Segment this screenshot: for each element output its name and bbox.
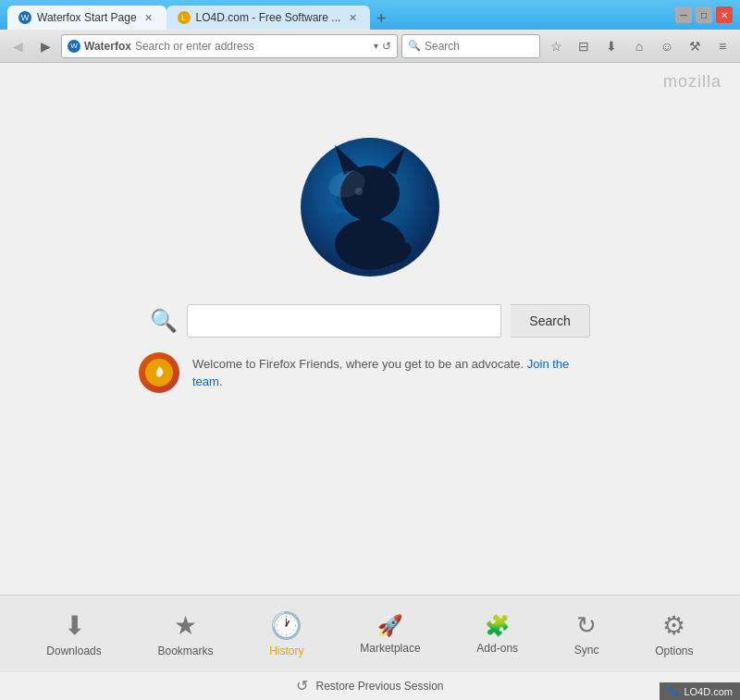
svg-point-11	[355, 188, 363, 195]
bottom-toolbar: ⬇ Downloads ★ Bookmarks 🕐 History 🚀 Mark…	[0, 595, 740, 672]
welcome-static-text: Welcome to Firefox Friends, where you ge…	[192, 357, 524, 371]
main-search-button[interactable]: Search	[511, 304, 589, 338]
bookmarks-label: Bookmarks	[157, 645, 213, 657]
tab-bar: W Waterfox Start Page ✕ L LO4D.com - Fre…	[7, 0, 672, 30]
welcome-text: Welcome to Firefox Friends, where you ge…	[192, 355, 601, 391]
sync-label: Sync	[574, 644, 599, 657]
downloads-button[interactable]: ⬇	[599, 34, 623, 58]
sync-shortcut[interactable]: ↻ Sync	[565, 606, 609, 662]
bookmark-star-button[interactable]: ☆	[544, 34, 568, 58]
tab-lo4d[interactable]: L LO4D.com - Free Software ... ✕	[166, 6, 371, 30]
mozilla-label: mozilla	[663, 63, 740, 92]
marketplace-label: Marketplace	[360, 642, 420, 655]
ff-badge-inner	[145, 359, 173, 387]
nav-bar: ◀ ▶ W Waterfox ▾ ↺ 🔍 ☆ ⊟ ⬇ ⌂ ☺ ⚒ ≡	[0, 30, 740, 63]
welcome-section: Welcome to Firefox Friends, where you ge…	[139, 352, 601, 393]
minimize-button[interactable]: ─	[675, 6, 692, 23]
address-site-name: Waterfox	[84, 40, 131, 53]
sync-icon: ↻	[576, 611, 597, 640]
svg-point-13	[156, 370, 162, 375]
refresh-button[interactable]: ↺	[382, 40, 391, 53]
logo-area	[278, 101, 462, 286]
bookmarks-icon: ★	[174, 610, 197, 641]
bookmarks-shortcut[interactable]: ★ Bookmarks	[148, 605, 222, 663]
main-search-icon: 🔍	[150, 308, 178, 334]
history-icon: 🕐	[270, 610, 302, 641]
addons-label: Add-ons	[476, 642, 518, 655]
firefox-friends-badge	[139, 352, 179, 393]
svg-point-8	[356, 196, 384, 218]
address-input[interactable]	[135, 40, 370, 53]
main-search-input[interactable]	[187, 304, 501, 338]
browser-window: W Waterfox Start Page ✕ L LO4D.com - Fre…	[0, 0, 740, 700]
tools-button[interactable]: ⚒	[683, 34, 707, 58]
bookmarks-list-button[interactable]: ⊟	[572, 34, 596, 58]
nav-search-icon: 🔍	[408, 40, 421, 52]
window-controls: ─ □ ✕	[675, 6, 733, 23]
tab-favicon-lo4d: L	[178, 11, 191, 24]
back-button[interactable]: ◀	[6, 34, 30, 58]
address-bar-favicon: W	[68, 40, 80, 53]
close-button[interactable]: ✕	[716, 6, 733, 23]
address-dropdown-icon[interactable]: ▾	[374, 41, 378, 51]
downloads-label: Downloads	[46, 645, 101, 657]
marketplace-icon: 🚀	[377, 614, 402, 638]
addons-icon: 🧩	[485, 614, 510, 638]
downloads-icon: ⬇	[64, 610, 85, 641]
tab-label-lo4d: LO4D.com - Free Software ...	[196, 11, 341, 24]
home-button[interactable]: ⌂	[627, 34, 651, 58]
address-bar[interactable]: W Waterfox ▾ ↺	[61, 34, 398, 58]
maximize-button[interactable]: □	[696, 6, 712, 23]
lo4d-watermark: 🐾 LO4D.com	[660, 682, 740, 700]
downloads-shortcut[interactable]: ⬇ Downloads	[37, 605, 110, 663]
tab-label-waterfox: Waterfox Start Page	[37, 11, 137, 24]
waterfox-logo	[278, 101, 462, 286]
lo4d-icon: 🐾	[667, 685, 680, 697]
social-button[interactable]: ☺	[655, 34, 679, 58]
tab-favicon-waterfox: W	[18, 11, 31, 24]
options-label: Options	[655, 645, 693, 657]
main-search-section: 🔍 Search	[150, 304, 589, 338]
history-shortcut[interactable]: 🕐 History	[260, 605, 313, 663]
restore-session-bar[interactable]: ↺ Restore Previous Session	[296, 677, 443, 694]
addons-shortcut[interactable]: 🧩 Add-ons	[467, 608, 527, 660]
tab-waterfox-start[interactable]: W Waterfox Start Page ✕	[7, 6, 166, 30]
ff-icon	[150, 363, 168, 382]
new-tab-button[interactable]: +	[370, 7, 392, 30]
nav-search-bar[interactable]: 🔍	[401, 34, 540, 58]
tab-close-waterfox[interactable]: ✕	[142, 11, 155, 24]
browser-content: mozilla	[0, 63, 740, 700]
title-bar: W Waterfox Start Page ✕ L LO4D.com - Fre…	[0, 0, 740, 30]
lo4d-label: LO4D.com	[684, 686, 733, 697]
menu-button[interactable]: ≡	[710, 34, 734, 58]
marketplace-shortcut[interactable]: 🚀 Marketplace	[351, 608, 429, 660]
forward-button[interactable]: ▶	[33, 34, 57, 58]
options-icon: ⚙	[662, 610, 685, 641]
restore-session-label: Restore Previous Session	[315, 680, 443, 693]
tab-close-lo4d[interactable]: ✕	[346, 11, 359, 24]
options-shortcut[interactable]: ⚙ Options	[646, 605, 702, 663]
history-label: History	[269, 645, 303, 657]
nav-search-input[interactable]	[425, 40, 563, 53]
restore-session-icon: ↺	[296, 677, 308, 694]
